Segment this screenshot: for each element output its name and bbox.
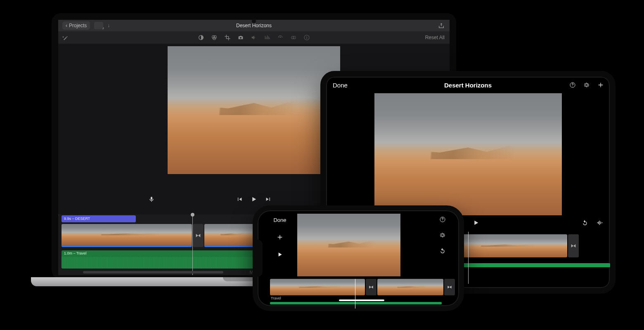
media-library-button[interactable] [94, 22, 103, 29]
iphone-device: Done Travel [253, 205, 464, 311]
skip-back-icon[interactable] [236, 196, 243, 203]
svg-point-5 [293, 36, 296, 39]
audio-waveform [62, 257, 255, 269]
audio-waveform-icon[interactable] [597, 219, 603, 226]
ipad-header: Done Desert Horizons [326, 77, 610, 93]
title-clip[interactable]: 9.9s – DESERT [62, 215, 136, 222]
mac-preview-frame [168, 46, 340, 174]
iphone-video-track [268, 279, 455, 295]
color-correction-icon[interactable] [211, 34, 218, 41]
mac-project-title: Desert Horizons [236, 23, 272, 28]
iphone-notch [257, 240, 263, 277]
color-balance-icon[interactable] [198, 34, 204, 41]
video-clip-1[interactable] [270, 279, 365, 295]
ipad-preview-frame [374, 93, 562, 215]
transition-block[interactable] [366, 279, 376, 295]
mac-adjust-toolbar: Reset All [58, 31, 450, 44]
iphone-audio-track[interactable] [270, 302, 442, 304]
stabilization-camera-icon[interactable] [237, 34, 244, 41]
add-plus-icon[interactable] [277, 234, 283, 240]
undo-icon[interactable] [582, 219, 588, 226]
transition-block-2[interactable] [444, 279, 455, 295]
transition-block[interactable] [568, 234, 579, 257]
projects-back-label: Projects [69, 23, 87, 28]
volume-icon[interactable] [251, 34, 257, 41]
iphone-preview-frame [297, 214, 400, 276]
iphone-audio-label: Travel [271, 296, 281, 300]
iphone-screen: Done Travel [268, 214, 455, 303]
ipad-audio-track[interactable] [443, 263, 610, 267]
undo-icon[interactable] [439, 248, 446, 254]
iphone-playhead[interactable] [355, 279, 355, 309]
noise-reduction-icon[interactable] [264, 34, 270, 41]
video-clip-1[interactable] [62, 224, 192, 247]
audio-clip-label: 1.0m – Travel [64, 251, 87, 255]
import-arrow-down-icon[interactable]: ↓ [107, 23, 110, 28]
share-icon[interactable] [438, 22, 445, 29]
add-plus-icon[interactable] [597, 82, 604, 88]
magic-wand-icon[interactable] [62, 34, 69, 41]
help-icon[interactable] [569, 82, 576, 88]
ipad-project-title: Desert Horizons [444, 82, 492, 89]
video-clip-2[interactable] [377, 279, 443, 295]
play-icon[interactable] [250, 196, 258, 203]
info-icon[interactable] [303, 34, 310, 41]
filters-overlap-icon[interactable] [290, 34, 297, 41]
mac-timeline-scrollbar[interactable] [83, 271, 223, 273]
skip-forward-icon[interactable] [265, 196, 272, 203]
help-icon[interactable] [439, 216, 446, 223]
video-clip-2[interactable] [204, 224, 258, 247]
settings-gear-icon[interactable] [583, 82, 590, 88]
ipad-playhead[interactable] [468, 232, 469, 284]
iphone-done-button[interactable]: Done [273, 217, 286, 223]
mac-playhead[interactable] [192, 215, 193, 275]
ipad-viewer [326, 93, 610, 215]
play-icon[interactable] [277, 251, 283, 258]
chevron-left-icon: ‹ [66, 23, 67, 28]
iphone-home-indicator[interactable] [339, 299, 384, 301]
iphone-timeline[interactable]: Travel [268, 279, 455, 309]
projects-back-button[interactable]: ‹ Projects [62, 21, 90, 30]
audio-clip[interactable]: 1.0m – Travel [62, 250, 255, 269]
play-icon[interactable] [472, 219, 480, 226]
ipad-done-button[interactable]: Done [333, 82, 348, 89]
reset-all-button[interactable]: Reset All [425, 35, 445, 40]
transition-block[interactable] [193, 224, 204, 247]
settings-gear-icon[interactable] [439, 232, 446, 238]
speed-gauge-icon[interactable] [277, 34, 284, 41]
iphone-right-controls [432, 216, 453, 254]
microphone-icon[interactable] [148, 196, 155, 203]
crop-icon[interactable] [224, 34, 231, 41]
